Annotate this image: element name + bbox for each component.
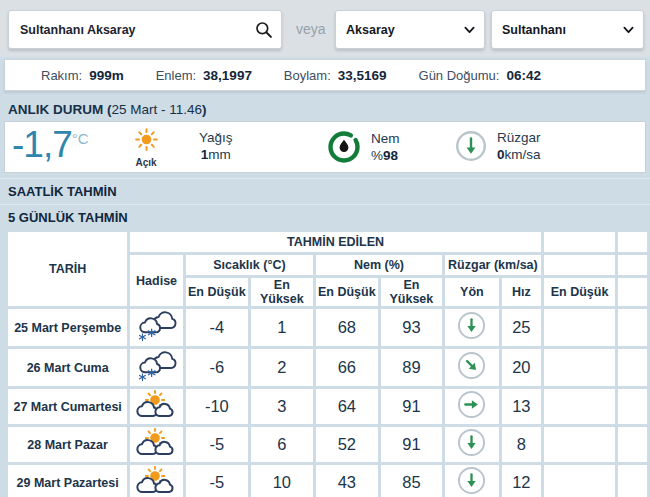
col-header-wind-speed: Hız [502, 278, 541, 306]
table-row: 26 Mart Cuma -6 2 66 89 20 [8, 349, 647, 386]
precipitation-block: Yağış 1mm [199, 129, 233, 163]
temp-min-value: -4 [186, 309, 248, 346]
col-header-empty [544, 232, 615, 252]
col-header-predicted: TAHMİN EDİLEN [130, 232, 541, 252]
wind-arrow-down-icon [457, 311, 486, 340]
humidity-gauge-icon [325, 128, 363, 166]
district-select-wrap: Sultanhanı [491, 10, 644, 49]
hum-min-value: 64 [316, 389, 378, 424]
temp-min-value: -5 [186, 427, 248, 462]
col-header-cutoff [618, 232, 647, 252]
current-condition: Açık [115, 127, 177, 168]
hum-min-value: 52 [316, 427, 378, 462]
table-row: 27 Mart Cumartesi -10 3 64 91 13 [8, 389, 647, 424]
search-button[interactable] [247, 11, 281, 48]
empty-cell [544, 465, 615, 497]
col-group-temperature: Sıcaklık (°C) [186, 255, 313, 275]
weather-condition-cell [130, 427, 183, 462]
search-input[interactable] [9, 23, 247, 37]
sun-cloud-icon [135, 466, 179, 496]
cutoff-cell [618, 309, 647, 346]
stat-longitude: Boylam: 33,5169 [284, 68, 387, 83]
section-five-day-forecast[interactable]: 5 GÜNLÜK TAHMİN [0, 204, 650, 229]
col-group-humidity: Nem (%) [316, 255, 442, 275]
wind-label: Rüzgar [497, 129, 541, 146]
precipitation-label: Yağış [199, 129, 233, 146]
wind-direction-icon [453, 128, 489, 164]
temp-max-value: 6 [251, 427, 313, 462]
or-label: veya [296, 0, 326, 57]
sun-icon [134, 127, 159, 152]
wind-block: Rüzgar 0km/sa [453, 128, 541, 164]
table-row: 28 Mart Pazar -5 6 52 91 8 [8, 427, 647, 462]
wind-speed-value: 8 [502, 427, 541, 462]
province-select[interactable]: Aksaray [336, 11, 484, 48]
forecast-date: 27 Mart Cumartesi [8, 389, 127, 424]
current-conditions-heading: ANLIK DURUM (25 Mart - 11.46) [8, 102, 207, 117]
wind-direction-cell [445, 389, 499, 424]
col-header-temp-min: En Düşük [186, 278, 248, 306]
hum-max-value: 89 [381, 349, 442, 386]
temp-max-value: 2 [251, 349, 313, 386]
hum-min-value: 43 [316, 465, 378, 497]
col-header-wind-dir: Yön [445, 278, 499, 306]
section-hourly-forecast[interactable]: SAATLİK TAHMİN [0, 178, 650, 203]
stat-altitude: Rakım: 999m [41, 68, 124, 83]
col-header-hum-min: En Düşük [316, 278, 378, 306]
forecast-date: 25 Mart Perşembe [8, 309, 127, 346]
table-row: 29 Mart Pazartesi -5 10 43 85 12 [8, 465, 647, 497]
current-conditions-panel: -1,7°C Açık Yağış 1mm Nem %98 Rüzgar 0km… [4, 121, 646, 173]
forecast-date: 28 Mart Pazar [8, 427, 127, 462]
district-select[interactable]: Sultanhanı [492, 11, 643, 48]
sun-cloud-icon [135, 428, 179, 458]
temp-min-value: -10 [186, 389, 248, 424]
empty-cell [544, 427, 615, 462]
snow-cloud-icon [135, 309, 179, 342]
wind-direction-cell [445, 427, 499, 462]
search-bar: veya Aksaray Sultanhanı [0, 0, 650, 57]
wind-arrow-down-right-icon [451, 345, 492, 386]
stat-sunrise: Gün Doğumu: 06:42 [419, 68, 541, 83]
location-stats-bar: Rakım: 999m Enlem: 38,1997 Boylam: 33,51… [4, 59, 646, 91]
forecast-date: 26 Mart Cuma [8, 349, 127, 386]
weather-condition-cell [130, 465, 183, 497]
wind-direction-cell [445, 349, 499, 386]
wind-speed-value: 20 [502, 349, 541, 386]
hum-min-value: 66 [316, 349, 378, 386]
current-temperature: -1,7°C [12, 124, 89, 166]
hum-max-value: 85 [381, 465, 442, 497]
temp-min-value: -5 [186, 465, 248, 497]
search-icon [254, 20, 274, 40]
wind-arrow-down-icon [457, 428, 486, 457]
cutoff-cell [618, 427, 647, 462]
col-header-event: Hadise [130, 255, 183, 306]
temp-max-value: 3 [251, 389, 313, 424]
cutoff-cell [618, 349, 647, 386]
col-group-cutoff [618, 255, 647, 275]
weather-condition-cell [130, 389, 183, 424]
wind-direction-cell [445, 465, 499, 497]
wind-arrow-down-icon [457, 466, 486, 495]
location-search-box[interactable] [8, 10, 282, 49]
col-header-hum-max: En Yüksek [381, 278, 442, 306]
wind-speed-value: 13 [502, 389, 541, 424]
empty-cell [544, 349, 615, 386]
weather-condition-cell [130, 309, 183, 346]
sun-cloud-icon [135, 390, 179, 420]
weather-page: veya Aksaray Sultanhanı Rakım: 999m Enle… [0, 0, 650, 497]
stat-latitude: Enlem: 38,1997 [156, 68, 252, 83]
hum-max-value: 91 [381, 427, 442, 462]
col-group-empty [544, 255, 615, 275]
col-header-temp-max: En Yüksek [251, 278, 313, 306]
five-day-forecast-table: TARİH TAHMİN EDİLEN Hadise Sıcaklık (°C)… [5, 229, 650, 497]
temp-min-value: -6 [186, 349, 248, 386]
cutoff-cell [618, 389, 647, 424]
wind-arrow-right-icon [457, 390, 486, 419]
condition-label: Açık [115, 157, 177, 168]
province-select-wrap: Aksaray [335, 10, 485, 49]
weather-condition-cell [130, 349, 183, 386]
col-header-extra-min: En Düşük [544, 278, 615, 306]
col-header-cutoff [618, 278, 647, 306]
wind-direction-cell [445, 309, 499, 346]
temp-max-value: 1 [251, 309, 313, 346]
